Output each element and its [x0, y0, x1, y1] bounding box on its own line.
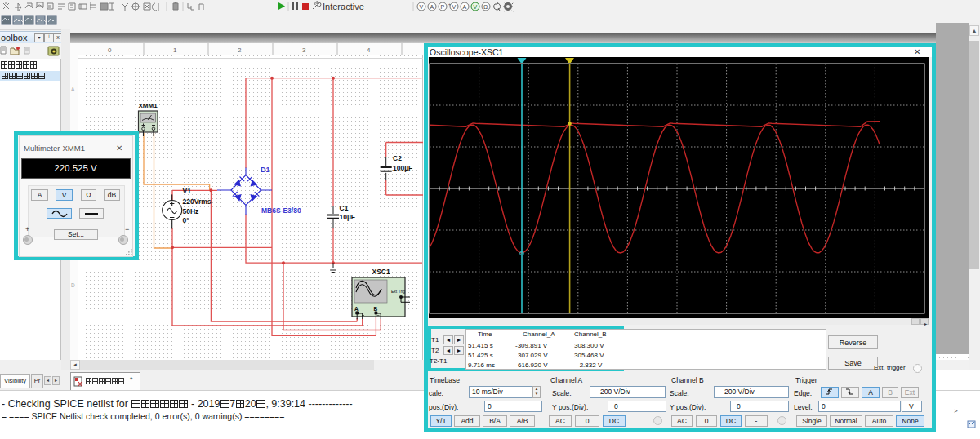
svg-text:XMM1: XMM1: [139, 102, 158, 109]
svg-text:C2: C2: [393, 154, 402, 162]
svg-text:Ext Trig: Ext Trig: [391, 289, 405, 294]
svg-text:100µF: 100µF: [393, 164, 412, 172]
svg-text:10µF: 10µF: [340, 213, 356, 221]
svg-text:XSC1: XSC1: [372, 268, 390, 276]
svg-text:B: B: [374, 306, 378, 312]
svg-text:MB6S-E3/80: MB6S-E3/80: [261, 206, 301, 215]
svg-text:C1: C1: [340, 204, 349, 212]
svg-text:D1: D1: [261, 166, 270, 174]
svg-text:V1: V1: [183, 187, 192, 195]
svg-text:50Hz: 50Hz: [183, 207, 199, 215]
svg-text:0°: 0°: [183, 216, 190, 224]
svg-text:220Vrms: 220Vrms: [183, 197, 212, 206]
svg-text:A: A: [354, 306, 359, 312]
